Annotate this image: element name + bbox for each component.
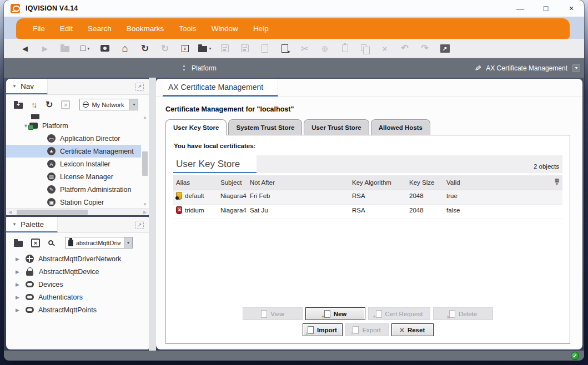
scroll-track-h[interactable] <box>14 210 141 215</box>
redo-icon[interactable]: ↷ <box>415 41 435 55</box>
save-icon[interactable] <box>215 41 235 55</box>
nav-item-platform[interactable]: ▼Platform <box>6 119 141 132</box>
menu-item-tools[interactable]: Tools <box>179 24 197 33</box>
menu-item-search[interactable]: Search <box>88 24 112 33</box>
palette-module-caret[interactable]: ▼ <box>124 237 132 248</box>
column-header-not-after[interactable]: Not After <box>247 179 349 186</box>
column-header-valid[interactable]: Valid <box>444 179 551 186</box>
menu-item-help[interactable]: Help <box>253 24 269 33</box>
nav-item-platform-administration[interactable]: ✎Platform Administration <box>6 183 141 196</box>
breadcrumb[interactable]: Platform <box>192 64 217 72</box>
tree-expander-icon[interactable]: ▶ <box>14 282 21 287</box>
palette-item-authenticators[interactable]: ▶Authenticators <box>6 291 141 303</box>
view-button[interactable]: View <box>243 307 303 320</box>
nav-item-application-director[interactable]: ▭Application Director <box>6 132 141 145</box>
maximize-button[interactable]: □ <box>533 0 559 17</box>
doc-open-icon[interactable] <box>255 41 275 55</box>
reset-button[interactable]: ×Reset <box>391 323 434 336</box>
nav-close-icon[interactable]: × <box>61 100 70 109</box>
sort-icon[interactable]: ↑↓ <box>31 100 37 109</box>
palette-item-abstractmqttpoints[interactable]: ▶AbstractMqttPoints <box>6 303 141 316</box>
view-selector-label[interactable]: AX Certificate Management <box>486 64 567 72</box>
close-button[interactable]: × <box>559 0 584 17</box>
tree-expander-icon[interactable]: ▶ <box>14 307 21 313</box>
nav-tab[interactable]: ▼ Nav <box>6 79 48 94</box>
open-palette-icon[interactable] <box>14 239 23 247</box>
table-row-tridium[interactable]: tridiumNiagara4Sat JuRSA2048false <box>173 205 562 219</box>
refresh-doc-icon[interactable]: ↻ <box>155 41 175 55</box>
column-header-subject[interactable]: Subject <box>218 179 247 186</box>
menu-item-bookmarks[interactable]: Bookmarks <box>127 24 164 33</box>
nav-refresh-icon[interactable]: ↻ <box>46 99 53 110</box>
column-header-key-size[interactable]: Key Size <box>406 179 444 186</box>
info-icon[interactable]: i <box>175 41 195 55</box>
refresh-icon[interactable]: ↻ <box>135 41 155 55</box>
palette-item-devices[interactable]: ▶Devices <box>6 278 141 291</box>
save-all-icon[interactable] <box>235 41 255 55</box>
table-options-icon[interactable]: ▦▼ <box>551 179 562 186</box>
new-folder-icon[interactable] <box>14 101 23 109</box>
table-row-default[interactable]: defaultNiagara4Fri FebRSA2048true <box>173 190 562 205</box>
menu-item-file[interactable]: File <box>33 24 45 33</box>
palette-item-abstractmqttdevice[interactable]: ▶AbstractMqttDevice <box>6 265 141 278</box>
nav-item-host-partial[interactable] <box>6 114 141 119</box>
view-selector-caret[interactable]: ▼ <box>572 64 580 72</box>
new-button[interactable]: *New <box>305 307 365 320</box>
undo-icon[interactable]: ↶ <box>395 41 415 55</box>
export-button[interactable]: ↑Export <box>345 323 389 336</box>
nav-item-station-copier[interactable]: ▣Station Copier <box>6 196 141 208</box>
tab-user-trust-store[interactable]: User Trust Store <box>304 119 369 135</box>
doc-export-icon[interactable] <box>275 41 295 55</box>
cert-request-button[interactable]: *Cert Request <box>368 307 430 320</box>
palette-close-icon[interactable]: × <box>31 239 40 247</box>
add-icon[interactable]: ⊕ <box>315 41 335 55</box>
tree-expander-icon[interactable]: ▶ <box>14 269 21 275</box>
delete-button[interactable]: ×Delete <box>433 307 493 320</box>
scroll-track[interactable] <box>142 121 148 201</box>
nav-scope-dropdown[interactable]: My Network ▼ <box>79 99 138 110</box>
forward-icon[interactable]: ▶ <box>35 41 55 55</box>
tab-user-key-store[interactable]: User Key Store <box>165 119 227 135</box>
home-icon[interactable]: ⌂ <box>115 41 135 55</box>
view-selector-icon[interactable]: □▾ <box>75 41 95 55</box>
up-level-icon[interactable] <box>55 41 75 55</box>
palette-expand-icon[interactable]: ↗ <box>135 221 144 229</box>
palette-item-abstractmqttdrivernetwork[interactable]: ▶AbstractMqttDriverNetwork <box>6 252 141 265</box>
cut-icon[interactable]: ✂ <box>295 41 315 55</box>
scroll-thumb[interactable] <box>142 151 148 176</box>
panel-splitter[interactable] <box>149 78 156 351</box>
scroll-left-icon[interactable]: ◀ <box>6 210 14 215</box>
import-button[interactable]: ↓Import <box>303 323 343 336</box>
scroll-up-icon[interactable]: ▲ <box>143 114 147 121</box>
palette-search-icon[interactable] <box>48 240 56 245</box>
nav-expand-icon[interactable]: ↗ <box>135 83 144 91</box>
nav-item-certificate-management[interactable]: ★Certificate Management <box>6 145 141 158</box>
tab-allowed-hosts[interactable]: Allowed Hosts <box>371 119 430 135</box>
scroll-down-icon[interactable]: ▼ <box>143 201 147 208</box>
tab-system-trust-store[interactable]: System Trust Store <box>228 119 302 135</box>
column-header-key-algorithm[interactable]: Key Algorithm <box>349 179 406 186</box>
tree-expander-icon[interactable]: ▶ <box>14 256 21 262</box>
view-tab-ax-certificate-management[interactable]: AX Certificate Management <box>163 79 278 97</box>
external-view-icon[interactable]: ↗ <box>435 41 455 55</box>
back-icon[interactable]: ◀ <box>15 41 35 55</box>
open-folder-icon[interactable]: ▾ <box>195 41 215 55</box>
scroll-right-icon[interactable]: ▶ <box>141 210 149 215</box>
delete-icon[interactable]: × <box>375 41 395 55</box>
minimize-button[interactable]: — <box>507 0 533 17</box>
copy-icon[interactable] <box>355 41 375 55</box>
nav-scope-caret[interactable]: ▼ <box>129 99 138 110</box>
nav-item-license-manager[interactable]: ▤License Manager <box>6 170 141 183</box>
palette-module-dropdown[interactable]: abstractMqttDriver ▼ <box>65 237 133 249</box>
scroll-thumb-h[interactable] <box>17 210 88 215</box>
menu-item-edit[interactable]: Edit <box>60 24 73 33</box>
menu-item-window[interactable]: Window <box>212 24 238 33</box>
record-icon[interactable] <box>95 41 115 55</box>
paste-icon[interactable] <box>335 41 355 55</box>
nav-vertical-scrollbar[interactable]: ▲ ▼ <box>142 114 148 208</box>
tree-expander-icon[interactable]: ▶ <box>14 295 21 300</box>
palette-tab[interactable]: ▼ Palette <box>6 217 58 232</box>
column-header-alias[interactable]: Alias <box>173 179 218 186</box>
nav-item-lexicon-installer[interactable]: ALexicon Installer <box>6 158 141 170</box>
edit-pencil-icon[interactable]: ✎ <box>474 63 481 73</box>
